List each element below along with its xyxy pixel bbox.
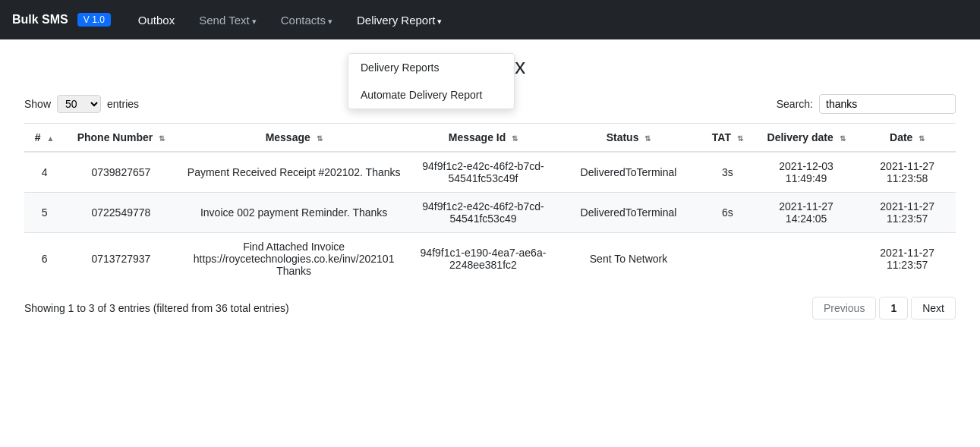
cell-msgid: 94f9f1c2-e42c-46f2-b7cd-54541fc53c49 (411, 193, 556, 233)
nav-outbox[interactable]: Outbox (129, 8, 184, 33)
sort-indicator-status: ⇅ (644, 134, 651, 143)
pagination-controls: Previous 1 Next (812, 297, 956, 320)
pagination-info: Showing 1 to 3 of 3 entries (filtered fr… (24, 302, 289, 314)
previous-button[interactable]: Previous (812, 297, 876, 320)
cell-msgid: 94f9f1c2-e42c-46f2-b7cd-54541fc53c49f (411, 152, 556, 193)
nav-delivery-report[interactable]: Delivery Report (348, 8, 451, 33)
cell-tat (701, 233, 754, 285)
cell-tat: 3s (701, 152, 754, 193)
pagination-area: Showing 1 to 3 of 3 entries (filtered fr… (24, 297, 956, 320)
cell-hash: 5 (24, 193, 65, 233)
cell-deldate (754, 233, 859, 285)
cell-date: 2021-11-27 11:23:57 (859, 233, 956, 285)
col-header-phone[interactable]: Phone Number ⇅ (65, 124, 177, 153)
entries-label: entries (107, 98, 139, 110)
sort-indicator-deldate: ⇅ (840, 134, 846, 143)
cell-date: 2021-11-27 11:23:58 (859, 152, 956, 193)
dropdown-item-delivery-reports[interactable]: Delivery Reports (348, 54, 514, 81)
dropdown-item-automate-delivery-report[interactable]: Automate Delivery Report (348, 81, 514, 109)
sort-indicator-hash: ▲ (46, 134, 54, 143)
sort-indicator-msgid: ⇅ (512, 134, 518, 143)
cell-message: Invoice 002 payment Reminder. Thanks (178, 193, 411, 233)
cell-deldate: 2021-12-03 11:49:49 (754, 152, 859, 193)
cell-date: 2021-11-27 11:23:57 (859, 193, 956, 233)
app-brand: Bulk SMS (12, 13, 68, 27)
sort-indicator-phone: ⇅ (159, 134, 165, 143)
table-header-row: # ▲ Phone Number ⇅ Message ⇅ Message Id … (24, 124, 956, 153)
cell-status: Sent To Network (556, 233, 701, 285)
search-box: Search: (777, 94, 956, 114)
show-entries-control: Show 10 25 50 100 entries (24, 95, 139, 113)
search-label: Search: (777, 98, 813, 110)
next-button[interactable]: Next (911, 297, 956, 320)
data-table: # ▲ Phone Number ⇅ Message ⇅ Message Id … (24, 123, 956, 285)
nav-delivery-report-wrapper: Delivery Report Delivery Reports Automat… (348, 14, 451, 27)
sort-indicator-tat: ⇅ (737, 134, 743, 143)
nav-send-text[interactable]: Send Text (190, 8, 266, 33)
nav-contacts[interactable]: Contacts (272, 8, 342, 33)
delivery-report-dropdown: Delivery Reports Automate Delivery Repor… (348, 53, 515, 109)
cell-phone: 0739827657 (65, 152, 177, 193)
cell-tat: 6s (701, 193, 754, 233)
col-header-status[interactable]: Status ⇅ (556, 124, 701, 153)
entries-select[interactable]: 10 25 50 100 (57, 95, 101, 113)
cell-status: DeliveredToTerminal (556, 152, 701, 193)
cell-message: Find Attached Invoice https://roycetechn… (178, 233, 411, 285)
col-header-tat[interactable]: TAT ⇅ (701, 124, 754, 153)
col-header-message[interactable]: Message ⇅ (178, 124, 411, 153)
col-header-date[interactable]: Date ⇅ (859, 124, 956, 153)
col-header-msgid[interactable]: Message Id ⇅ (411, 124, 556, 153)
show-label: Show (24, 98, 51, 110)
col-header-hash[interactable]: # ▲ (24, 124, 65, 153)
sort-indicator-message: ⇅ (317, 134, 323, 143)
app-version: V 1.0 (77, 13, 111, 27)
navbar: Bulk SMS V 1.0 Outbox Send Text Contacts… (0, 0, 980, 39)
cell-message: Payment Received Receipt #202102. Thanks (178, 152, 411, 193)
search-input[interactable] (819, 94, 956, 114)
cell-phone: 0713727937 (65, 233, 177, 285)
cell-deldate: 2021-11-27 14:24:05 (754, 193, 859, 233)
cell-hash: 6 (24, 233, 65, 285)
cell-phone: 0722549778 (65, 193, 177, 233)
cell-msgid: 94f9f1c1-e190-4ea7-ae6a-2248ee381fc2 (411, 233, 556, 285)
table-row: 6 0713727937 Find Attached Invoice https… (24, 233, 956, 285)
col-header-deldate[interactable]: Delivery date ⇅ (754, 124, 859, 153)
cell-status: DeliveredToTerminal (556, 193, 701, 233)
cell-hash: 4 (24, 152, 65, 193)
page-1-button[interactable]: 1 (879, 297, 908, 320)
table-row: 5 0722549778 Invoice 002 payment Reminde… (24, 193, 956, 233)
sort-indicator-date: ⇅ (919, 134, 925, 143)
table-row: 4 0739827657 Payment Received Receipt #2… (24, 152, 956, 193)
